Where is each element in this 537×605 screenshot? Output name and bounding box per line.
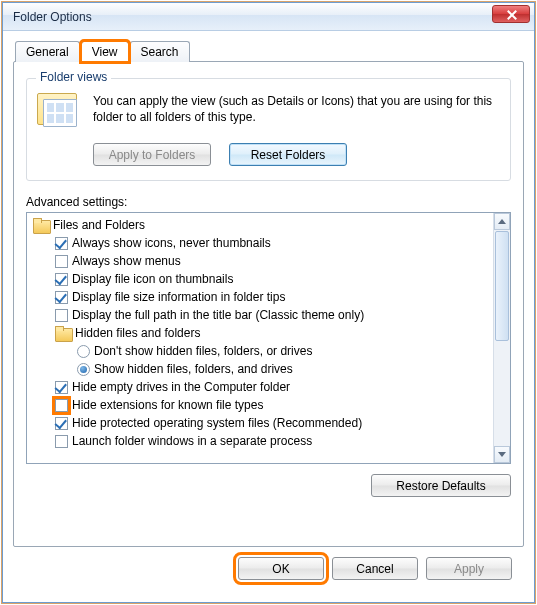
checkbox[interactable]	[55, 399, 68, 412]
checkbox[interactable]	[55, 309, 68, 322]
tree-item-label: Display file size information in folder …	[72, 290, 285, 304]
chevron-down-icon	[498, 452, 506, 457]
checkbox[interactable]	[55, 255, 68, 268]
tree-item[interactable]: Launch folder windows in a separate proc…	[29, 432, 493, 450]
checkbox[interactable]	[55, 237, 68, 250]
tree-item-label: Always show icons, never thumbnails	[72, 236, 271, 250]
restore-defaults-button[interactable]: Restore Defaults	[371, 474, 511, 497]
tree-folder[interactable]: Hidden files and folders	[29, 324, 493, 342]
tree-item[interactable]: Show hidden files, folders, and drives	[29, 360, 493, 378]
checkbox[interactable]	[55, 417, 68, 430]
close-button[interactable]	[492, 5, 530, 23]
tree-root-files-and-folders[interactable]: Files and Folders	[29, 216, 493, 234]
ok-button[interactable]: OK	[238, 557, 324, 580]
tree-item[interactable]: Hide extensions for known file types	[29, 396, 493, 414]
apply-button: Apply	[426, 557, 512, 580]
tree-item[interactable]: Display file icon on thumbnails	[29, 270, 493, 288]
tree-item-label: Hide protected operating system files (R…	[72, 416, 362, 430]
folder-icon	[55, 326, 71, 340]
cancel-button[interactable]: Cancel	[332, 557, 418, 580]
apply-to-folders-button: Apply to Folders	[93, 143, 211, 166]
scroll-down-button[interactable]	[494, 446, 510, 463]
tree-item[interactable]: Always show menus	[29, 252, 493, 270]
scrollbar[interactable]	[493, 213, 510, 463]
tree-item[interactable]: Display the full path in the title bar (…	[29, 306, 493, 324]
tree-item-label: Always show menus	[72, 254, 181, 268]
tree-item[interactable]: Always show icons, never thumbnails	[29, 234, 493, 252]
tree-item-label: Display the full path in the title bar (…	[72, 308, 364, 322]
tree-item-label: Hide extensions for known file types	[72, 398, 263, 412]
folder-icon	[33, 218, 49, 232]
tab-strip: General View Search	[13, 37, 524, 61]
tree-item[interactable]: Hide protected operating system files (R…	[29, 414, 493, 432]
checkbox[interactable]	[55, 381, 68, 394]
folder-views-icon	[37, 93, 81, 133]
tree-item-label: Don't show hidden files, folders, or dri…	[94, 344, 312, 358]
client-area: General View Search Folder views You can…	[3, 31, 534, 602]
checkbox[interactable]	[55, 435, 68, 448]
tree-root-label: Files and Folders	[53, 218, 145, 232]
window-title: Folder Options	[13, 10, 92, 24]
folder-views-description: You can apply the view (such as Details …	[93, 93, 500, 125]
tree-item[interactable]: Don't show hidden files, folders, or dri…	[29, 342, 493, 360]
advanced-settings-label: Advanced settings:	[26, 195, 511, 209]
tree-item-label: Show hidden files, folders, and drives	[94, 362, 293, 376]
reset-folders-button[interactable]: Reset Folders	[229, 143, 347, 166]
folder-options-dialog: Folder Options General View Search Folde…	[2, 2, 535, 603]
tree-item-label: Hide empty drives in the Computer folder	[72, 380, 290, 394]
chevron-up-icon	[498, 219, 506, 224]
tab-view[interactable]: View	[81, 41, 129, 62]
advanced-settings-list[interactable]: Files and FoldersAlways show icons, neve…	[26, 212, 511, 464]
tree-item-label: Launch folder windows in a separate proc…	[72, 434, 312, 448]
tree-item[interactable]: Display file size information in folder …	[29, 288, 493, 306]
radio[interactable]	[77, 345, 90, 358]
folder-views-legend: Folder views	[36, 70, 111, 84]
tree-item-label: Display file icon on thumbnails	[72, 272, 233, 286]
tab-panel-view: Folder views You can apply the view (suc…	[13, 61, 524, 547]
tab-general[interactable]: General	[15, 41, 80, 62]
checkbox[interactable]	[55, 291, 68, 304]
tab-search[interactable]: Search	[130, 41, 190, 62]
tree-item[interactable]: Hide empty drives in the Computer folder	[29, 378, 493, 396]
titlebar: Folder Options	[3, 3, 534, 31]
scroll-up-button[interactable]	[494, 213, 510, 230]
checkbox[interactable]	[55, 273, 68, 286]
folder-views-group: Folder views You can apply the view (suc…	[26, 78, 511, 181]
tree-item-label: Hidden files and folders	[75, 326, 200, 340]
dialog-footer: OK Cancel Apply	[13, 547, 524, 592]
scroll-thumb[interactable]	[495, 231, 509, 341]
close-icon	[505, 8, 517, 20]
radio[interactable]	[77, 363, 90, 376]
